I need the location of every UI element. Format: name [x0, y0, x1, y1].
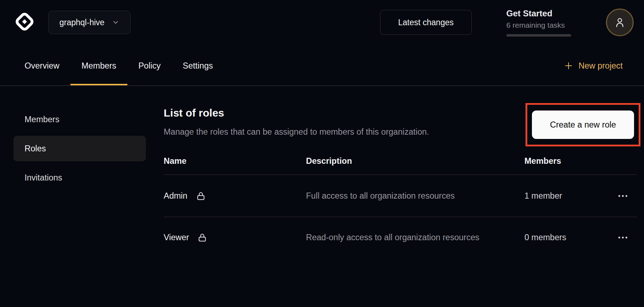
roles-table: Name Description Members Admin Full acce…: [164, 147, 637, 258]
column-header-members: Members: [524, 156, 608, 166]
user-avatar[interactable]: [606, 9, 634, 36]
create-new-role-button[interactable]: Create a new role: [532, 111, 634, 139]
roles-panel: List of roles Manage the roles that can …: [146, 107, 637, 258]
role-name: Admin: [164, 191, 188, 201]
members-sidebar: Members Roles Invitations: [14, 107, 146, 258]
tab-settings[interactable]: Settings: [172, 46, 224, 85]
tab-members-label: Members: [81, 61, 116, 71]
new-project-label: New project: [579, 61, 623, 71]
role-description: Full access to all organization resource…: [306, 190, 484, 202]
row-menu-button[interactable]: [616, 234, 630, 241]
table-row: Admin Full access to all organization re…: [164, 175, 637, 217]
get-started-widget[interactable]: Get Started 6 remaining tasks: [506, 9, 571, 37]
ellipsis-icon: [618, 237, 627, 238]
org-name: graphql-hive: [59, 18, 105, 27]
tab-policy-label: Policy: [138, 61, 161, 71]
row-menu-button[interactable]: [616, 192, 630, 200]
ellipsis-icon: [618, 195, 627, 197]
column-header-name: Name: [164, 156, 306, 166]
sidebar-item-invitations[interactable]: Invitations: [14, 165, 146, 190]
get-started-progress-bar: [506, 34, 571, 37]
org-tab-bar: Overview Members Policy Settings New pro…: [0, 46, 644, 86]
sidebar-item-members[interactable]: Members: [14, 107, 146, 132]
tab-settings-label: Settings: [183, 61, 213, 71]
lock-icon: [196, 191, 206, 201]
plus-icon: [564, 61, 573, 70]
role-member-count: 0 members: [524, 233, 608, 242]
role-name: Viewer: [164, 233, 189, 242]
table-row: Viewer Read-only access to all organizat…: [164, 217, 637, 258]
chevron-down-icon: [112, 18, 120, 26]
role-description: Read-only access to all organization res…: [306, 231, 484, 243]
sidebar-item-members-label: Members: [25, 115, 59, 124]
tab-policy[interactable]: Policy: [127, 46, 172, 85]
role-member-count: 1 member: [524, 191, 608, 201]
lock-icon: [197, 233, 207, 242]
tab-overview[interactable]: Overview: [14, 46, 70, 85]
table-header-row: Name Description Members: [164, 147, 637, 175]
get-started-title: Get Started: [506, 9, 571, 18]
latest-changes-button[interactable]: Latest changes: [380, 10, 472, 35]
content-area: Members Roles Invitations List of roles …: [0, 86, 644, 258]
hive-logo[interactable]: [14, 11, 36, 33]
get-started-subtitle: 6 remaining tasks: [506, 21, 571, 29]
person-icon: [614, 16, 626, 29]
hive-logo-icon: [14, 11, 36, 33]
sidebar-item-invitations-label: Invitations: [25, 173, 62, 183]
new-project-link[interactable]: New project: [564, 46, 623, 85]
tab-overview-label: Overview: [25, 61, 59, 71]
sidebar-item-roles-label: Roles: [25, 144, 46, 154]
sidebar-item-roles[interactable]: Roles: [14, 136, 146, 161]
tab-members[interactable]: Members: [70, 46, 127, 85]
top-bar: graphql-hive Latest changes Get Started …: [0, 0, 644, 46]
column-header-description: Description: [306, 156, 524, 166]
org-selector[interactable]: graphql-hive: [48, 11, 131, 34]
